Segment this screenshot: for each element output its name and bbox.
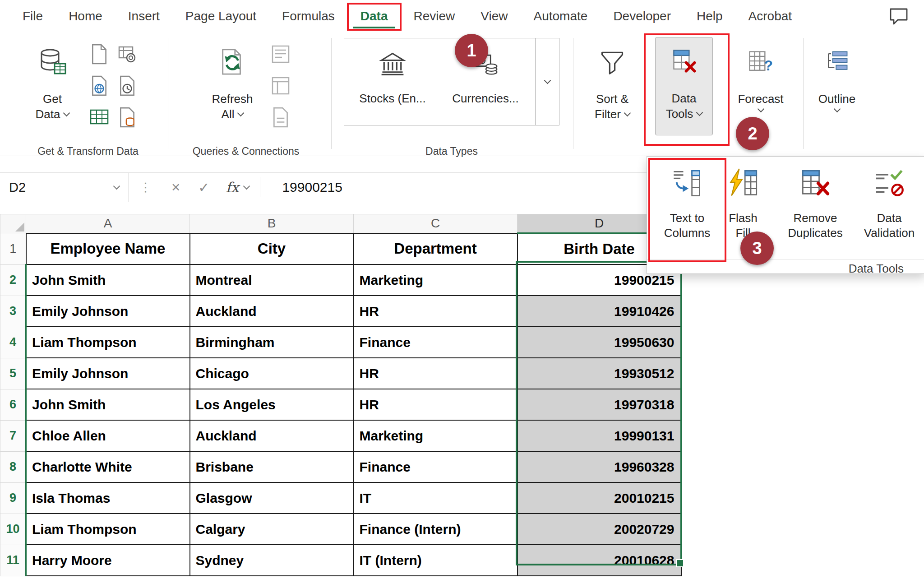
cell-D11[interactable]: 20010628	[517, 545, 681, 576]
formula-input[interactable]: 19900215	[264, 180, 342, 195]
cell-B5[interactable]: Chicago	[190, 358, 354, 389]
data-tools-button[interactable]: Data Tools	[655, 37, 713, 135]
name-box[interactable]: D2	[0, 173, 129, 202]
cell-A9[interactable]: Isla Thomas	[26, 482, 190, 514]
outline-button[interactable]: Outline	[809, 38, 864, 135]
cell-C9[interactable]: IT	[354, 482, 517, 514]
cell-B2[interactable]: Montreal	[190, 264, 354, 296]
from-web-icon[interactable]	[88, 75, 110, 97]
cell-D3[interactable]: 19910426	[517, 296, 681, 327]
remove-duplicates-button[interactable]: Remove Duplicates	[777, 164, 854, 241]
cell-C11[interactable]: IT (Intern)	[354, 545, 517, 576]
cell-B11[interactable]: Sydney	[190, 545, 354, 576]
group-divider	[331, 38, 332, 149]
row-header-3[interactable]: 3	[0, 296, 26, 327]
cell-A3[interactable]: Emily Johnson	[26, 296, 190, 327]
row-header-2[interactable]: 2	[0, 264, 26, 296]
cell-C1[interactable]: Department	[354, 233, 517, 265]
select-all-corner[interactable]	[0, 214, 26, 233]
cell-B1[interactable]: City	[190, 233, 354, 265]
insert-function-button[interactable]: fx	[226, 179, 249, 195]
cell-C2[interactable]: Marketing	[354, 264, 517, 296]
cell-C3[interactable]: HR	[354, 296, 517, 327]
column-header-B[interactable]: B	[190, 214, 354, 233]
cell-D4[interactable]: 19950630	[517, 327, 681, 358]
cell-A1[interactable]: Employee Name	[26, 233, 190, 265]
flash-fill-button[interactable]: Flash Fill	[718, 164, 768, 241]
tab-home[interactable]: Home	[69, 0, 102, 32]
tab-developer[interactable]: Developer	[613, 0, 671, 32]
stocks-data-type[interactable]: Stocks (En...	[350, 42, 435, 121]
column-header-C[interactable]: C	[354, 214, 517, 233]
annotation-box-data-tab	[347, 3, 402, 31]
cell-D6[interactable]: 19970318	[517, 389, 681, 420]
cell-A5[interactable]: Emily Johnson	[26, 358, 190, 389]
cell-B3[interactable]: Auckland	[190, 296, 354, 327]
refresh-all-button[interactable]: Refresh All	[204, 38, 261, 135]
cell-A11[interactable]: Harry Moore	[26, 545, 190, 576]
row-header-10[interactable]: 10	[0, 514, 26, 545]
row-header-4[interactable]: 4	[0, 327, 26, 358]
formula-bar-resize-dots[interactable]: ⋮	[139, 180, 152, 195]
cell-B7[interactable]: Auckland	[190, 420, 354, 451]
get-data-button[interactable]: Get Data	[26, 38, 79, 135]
from-table-range-icon[interactable]	[88, 107, 110, 128]
cell-A6[interactable]: John Smith	[26, 389, 190, 420]
cell-B10[interactable]: Calgary	[190, 514, 354, 545]
cell-B6[interactable]: Los Angeles	[190, 389, 354, 420]
cell-D5[interactable]: 19930512	[517, 358, 681, 389]
from-text-csv-icon[interactable]	[88, 43, 110, 65]
cell-A7[interactable]: Chloe Allen	[26, 420, 190, 451]
existing-connections-icon[interactable]	[116, 107, 138, 128]
tab-insert[interactable]: Insert	[128, 0, 160, 32]
tab-review[interactable]: Review	[414, 0, 455, 32]
tab-view[interactable]: View	[480, 0, 508, 32]
cancel-icon[interactable]: ×	[171, 179, 180, 196]
tab-formulas[interactable]: Formulas	[282, 0, 335, 32]
tab-automate[interactable]: Automate	[534, 0, 588, 32]
cell-A4[interactable]: Liam Thompson	[26, 327, 190, 358]
cell-A10[interactable]: Liam Thompson	[26, 514, 190, 545]
text-to-columns-label-2: Columns	[664, 226, 711, 241]
gallery-dropdown[interactable]	[535, 38, 559, 125]
edit-links-icon[interactable]	[270, 107, 291, 128]
row-header-1[interactable]: 1	[0, 233, 26, 265]
properties-icon[interactable]	[270, 75, 291, 97]
row-header-6[interactable]: 6	[0, 389, 26, 420]
cell-C4[interactable]: Finance	[354, 327, 517, 358]
cell-B8[interactable]: Brisbane	[190, 451, 354, 482]
name-box-dropdown-icon[interactable]	[113, 183, 120, 190]
fx-icon: fx	[226, 179, 239, 195]
cell-C6[interactable]: HR	[354, 389, 517, 420]
cell-C7[interactable]: Marketing	[354, 420, 517, 451]
tab-page-layout[interactable]: Page Layout	[185, 0, 256, 32]
comments-icon[interactable]	[889, 7, 909, 25]
row-header-8[interactable]: 8	[0, 451, 26, 482]
from-picture-icon[interactable]	[116, 43, 138, 65]
tab-help[interactable]: Help	[697, 0, 723, 32]
cell-C5[interactable]: HR	[354, 358, 517, 389]
row-header-9[interactable]: 9	[0, 482, 26, 514]
tab-data[interactable]: Data	[360, 0, 388, 32]
row-header-5[interactable]: 5	[0, 358, 26, 389]
recent-sources-icon[interactable]	[116, 75, 138, 97]
column-header-A[interactable]: A	[26, 214, 190, 233]
data-validation-button[interactable]: Data Validation	[855, 164, 923, 241]
tab-file[interactable]: File	[23, 0, 43, 32]
cell-D9[interactable]: 20010215	[517, 482, 681, 514]
cell-C10[interactable]: Finance (Intern)	[354, 514, 517, 545]
cell-D10[interactable]: 20020729	[517, 514, 681, 545]
tab-acrobat[interactable]: Acrobat	[748, 0, 792, 32]
cell-D8[interactable]: 19960328	[517, 451, 681, 482]
text-to-columns-button[interactable]: Text to Columns	[651, 164, 723, 241]
cell-A2[interactable]: John Smith	[26, 264, 190, 296]
queries-connections-icon[interactable]	[270, 43, 291, 65]
row-header-7[interactable]: 7	[0, 420, 26, 451]
cell-D7[interactable]: 19990131	[517, 420, 681, 451]
enter-icon[interactable]: ✓	[198, 180, 209, 195]
cell-C8[interactable]: Finance	[354, 451, 517, 482]
cell-A8[interactable]: Charlotte White	[26, 451, 190, 482]
cell-B9[interactable]: Glasgow	[190, 482, 354, 514]
cell-B4[interactable]: Birmingham	[190, 327, 354, 358]
sort-filter-button[interactable]: Sort & Filter	[585, 38, 640, 135]
